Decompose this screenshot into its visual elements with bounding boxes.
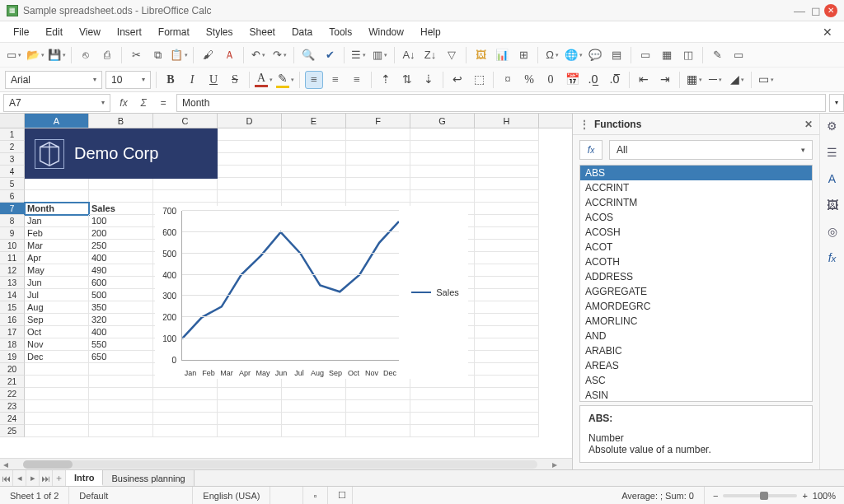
col-header-d[interactable]: D [218,114,282,128]
menu-data[interactable]: Data [284,23,321,41]
cell[interactable]: Oct [25,326,89,338]
cell[interactable]: Sep [25,314,89,326]
cell[interactable] [25,376,89,388]
cell[interactable] [475,227,539,240]
row-header[interactable]: 20 [0,363,25,376]
status-insert-mode[interactable] [270,487,303,504]
cell[interactable]: Aug [25,301,89,314]
cell[interactable] [475,264,539,277]
row-header[interactable]: 18 [0,338,25,351]
cell[interactable] [282,400,346,413]
cell[interactable] [475,289,539,301]
status-signature[interactable]: ☐ [328,487,353,504]
cell[interactable] [346,178,410,190]
align-right-button[interactable]: ≡ [348,71,366,89]
row-header[interactable]: 25 [0,425,25,437]
cell[interactable] [282,190,346,203]
col-header-g[interactable]: G [410,114,475,128]
select-all-corner[interactable] [0,114,25,128]
zoom-out-button[interactable]: − [713,491,718,501]
decrease-indent-button[interactable]: ⇤ [635,71,653,89]
cell[interactable] [410,425,475,437]
cell[interactable] [218,190,282,203]
date-button[interactable]: 📅 [563,71,581,89]
row-header[interactable]: 22 [0,388,25,400]
cell[interactable] [89,376,153,388]
equals-icon[interactable]: = [153,97,173,109]
col-header-f[interactable]: F [346,114,410,128]
cell[interactable] [282,425,346,437]
new-doc-icon[interactable]: ▭ [5,46,23,64]
cell[interactable] [153,413,218,425]
function-item[interactable]: AMORLINC [580,314,812,329]
zoom-slider[interactable] [723,494,797,497]
function-item[interactable]: AGGREGATE [580,284,812,299]
cell[interactable] [218,425,282,437]
cell[interactable] [475,153,539,166]
function-item[interactable]: ACCRINTM [580,195,812,210]
cell[interactable] [346,128,410,141]
row-header[interactable]: 1 [0,128,25,141]
cell[interactable] [153,400,218,413]
percent-button[interactable]: % [520,71,538,89]
row-ops-icon[interactable]: ☰ [349,46,368,64]
insert-image-icon[interactable]: 🖼 [471,46,490,64]
function-item[interactable]: ACOSH [580,225,812,240]
function-item[interactable]: ARABIC [580,343,812,358]
row-header[interactable]: 7 [0,203,25,215]
freeze-icon[interactable]: ▦ [658,46,676,64]
cell[interactable]: 500 [89,289,153,301]
row-header[interactable]: 10 [0,240,25,252]
menu-styles[interactable]: Styles [198,23,241,41]
cell[interactable] [410,128,475,141]
zoom-control[interactable]: − + 100% [705,491,844,501]
wrap-text-button[interactable]: ↩ [448,71,467,89]
cell[interactable] [475,141,539,153]
clear-format-icon[interactable]: Ａ [220,46,238,64]
split-window-icon[interactable]: ◫ [679,46,697,64]
comment-icon[interactable]: 💬 [586,46,604,64]
cell[interactable] [89,388,153,400]
cell[interactable]: May [25,264,89,277]
sort-desc-icon[interactable]: Z↓ [421,46,439,64]
cell[interactable] [282,141,346,153]
rail-functions-icon[interactable]: fx [823,249,842,267]
font-size-select[interactable]: 10 [106,71,151,89]
cell[interactable] [346,141,410,153]
hyperlink-icon[interactable]: 🌐 [565,46,583,64]
row-header[interactable]: 9 [0,227,25,240]
undo-icon[interactable]: ↶ [249,46,267,64]
cond-format-button[interactable]: ▭ [757,71,775,89]
cell[interactable] [410,413,475,425]
cell[interactable] [346,190,410,203]
formula-input[interactable]: Month [176,94,826,112]
export-pdf-icon[interactable]: ⎋ [77,46,95,64]
cell[interactable] [153,388,218,400]
increase-indent-button[interactable]: ⇥ [656,71,674,89]
cell[interactable] [282,128,346,141]
row-header[interactable]: 6 [0,190,25,203]
function-item[interactable]: ACCRINT [580,180,812,195]
define-print-area-icon[interactable]: ▭ [636,46,654,64]
font-name-select[interactable]: Arial [5,71,102,89]
function-item[interactable]: ABS [580,166,812,180]
cell[interactable]: Jun [25,277,89,289]
open-icon[interactable]: 📂 [26,46,45,64]
menu-tools[interactable]: Tools [321,23,360,41]
row-header[interactable]: 13 [0,277,25,289]
autofilter-icon[interactable]: ▽ [443,46,461,64]
row-header[interactable]: 5 [0,178,25,190]
italic-button[interactable]: I [183,71,201,89]
zoom-in-button[interactable]: + [802,491,807,501]
cell[interactable] [282,153,346,166]
function-wizard-icon[interactable]: fx [114,97,134,109]
cell[interactable] [475,128,539,141]
cell[interactable] [218,128,282,141]
borders-button[interactable]: ▦ [685,71,703,89]
row-header[interactable]: 15 [0,301,25,314]
border-color-button[interactable]: ◢ [728,71,746,89]
strike-button[interactable]: S [226,71,244,89]
tab-next-button[interactable]: ▸ [26,470,40,486]
cell[interactable]: 650 [89,351,153,363]
rail-navigator-icon[interactable]: ◎ [823,222,842,240]
